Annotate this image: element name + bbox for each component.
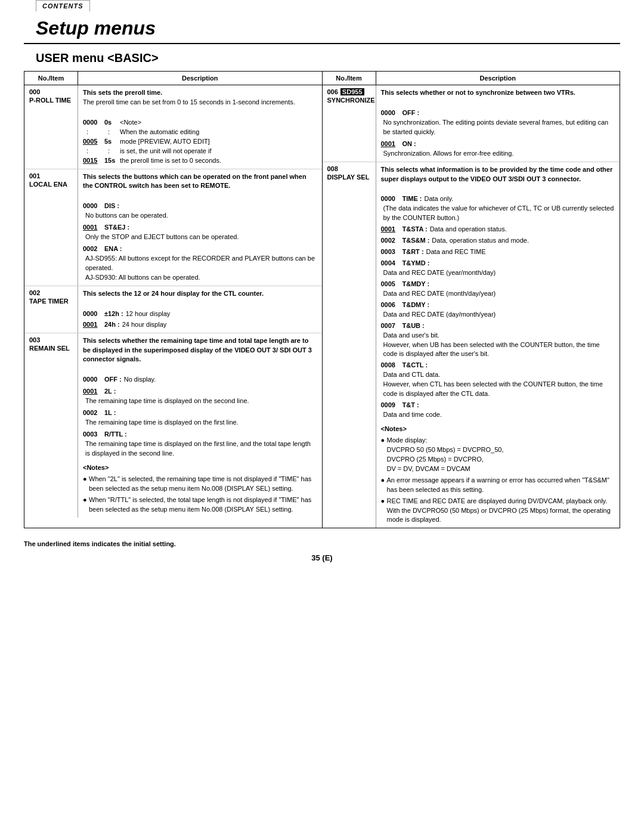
entry-002-desc: This selects the 12 or 24 hour display f… xyxy=(78,286,322,333)
entry-002: 002 TAPE TIMER This selects the 12 or 24… xyxy=(24,286,322,333)
entry-002-no: 002 TAPE TIMER xyxy=(24,286,78,333)
entry-001: 001 LOCAL ENA This selects the buttons w… xyxy=(24,169,322,286)
right-no-header: No./Item xyxy=(323,72,376,85)
page-number: 35 (E) xyxy=(0,553,644,562)
contents-tab-container: CONTENTS xyxy=(0,0,644,11)
entry-001-no: 001 LOCAL ENA xyxy=(24,169,78,286)
right-panel: No./Item Description 006 SD955 SYNCHRONI… xyxy=(323,72,620,528)
left-no-header: No./Item xyxy=(24,72,78,85)
entry-000-desc: This sets the preroll time. The preroll … xyxy=(78,85,322,169)
section-header: USER menu <BASIC> xyxy=(0,44,644,71)
page-title: Setup menus xyxy=(0,11,644,43)
footer-area: The underlined items indicates the initi… xyxy=(24,540,620,547)
entry-006: 006 SD955 SYNCHRONIZE This selects wheth… xyxy=(323,85,620,162)
entry-003-no: 003 REMAIN SEL xyxy=(24,333,78,518)
entry-008-no: 008 DISPLAY SEL xyxy=(323,162,376,528)
right-panel-header: No./Item Description xyxy=(323,72,620,85)
entry-008: 008 DISPLAY SEL This selects what inform… xyxy=(323,162,620,528)
footer-note: The underlined items indicates the initi… xyxy=(24,540,620,547)
entry-000-no: 000 P-ROLL TIME xyxy=(24,85,78,169)
left-panel: No./Item Description 000 P-ROLL TIME Thi… xyxy=(24,72,323,528)
entry-000: 000 P-ROLL TIME This sets the preroll ti… xyxy=(24,85,322,169)
sd955-badge: SD955 xyxy=(340,88,364,95)
entry-003: 003 REMAIN SEL This selects whether the … xyxy=(24,333,322,518)
entry-006-no: 006 SD955 SYNCHRONIZE xyxy=(323,85,376,162)
main-content-border: No./Item Description 000 P-ROLL TIME Thi… xyxy=(24,71,620,528)
entry-006-desc: This selects whether or not to synchroni… xyxy=(376,85,620,162)
left-panel-header: No./Item Description xyxy=(24,72,322,85)
right-desc-header: Description xyxy=(376,72,620,85)
left-desc-header: Description xyxy=(78,72,322,85)
entry-003-desc: This selects whether the remaining tape … xyxy=(78,333,322,518)
entry-008-desc: This selects what information is to be p… xyxy=(376,162,620,528)
entry-001-desc: This selects the buttons which can be op… xyxy=(78,169,322,286)
contents-tab-label: CONTENTS xyxy=(42,2,83,10)
panels-row: No./Item Description 000 P-ROLL TIME Thi… xyxy=(24,72,620,528)
contents-tab[interactable]: CONTENTS xyxy=(36,0,90,11)
